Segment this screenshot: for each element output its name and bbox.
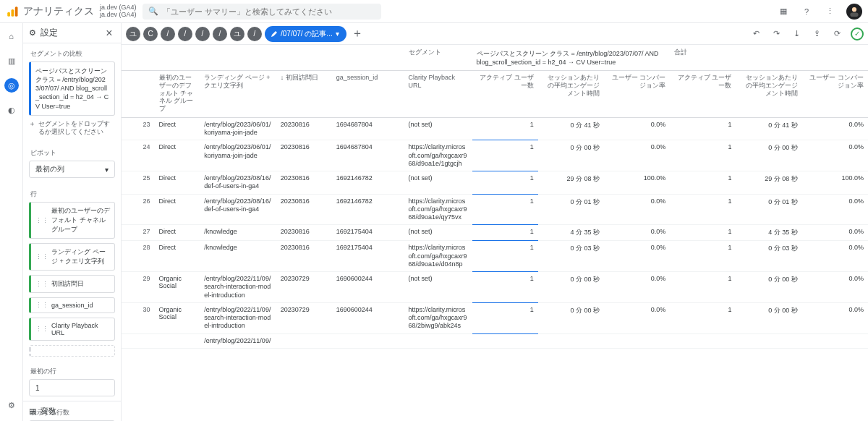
app-title: アナリティクス [23,5,94,18]
undo-icon[interactable]: ↶ [749,27,762,41]
chevron-down-icon: ▾ [105,166,109,174]
svg-point-3 [852,7,856,12]
table-row[interactable]: 28Direct/knowledge202308161692175404http… [122,241,868,272]
total-column-header[interactable]: 合計 [670,45,868,71]
dim-header[interactable]: ga_session_id [332,71,404,118]
dim-header[interactable]: ↓ 初回訪問日 [276,71,332,118]
rail-admin-icon[interactable]: ⚙ [4,398,19,412]
segments-section-label: セグメントの比較 [23,43,121,61]
segment-drop-hint[interactable]: ＋セグメントをドロップするか選択してください [29,120,115,137]
pencil-icon [271,30,278,38]
svg-rect-4 [850,12,858,17]
kebab-icon[interactable]: ⋮ [823,5,836,18]
sidebar-title: 設定 [41,27,58,39]
tab-circle[interactable]: / [213,27,227,41]
table-row[interactable]: 24Direct/entry/blog/2023/06/01/koriyama-… [122,140,868,171]
pivot-select[interactable]: 最初の列▾ [29,161,115,178]
table-row[interactable]: /entry/blog/2022/11/09/ [122,333,868,348]
start-row-input[interactable]: 1 [29,379,115,396]
help-icon[interactable]: ? [800,5,813,18]
metric-header[interactable]: セッションあたりの平均エンゲージメント時間 [736,71,801,118]
pivot-label: ピボット [23,143,121,161]
main-area: ユC////ユ/ /07/07/ の記事...▾ ＋ ↶ ↷ ⤓ ⇪ ⟳ ✓ [122,23,868,421]
metric-header[interactable]: セッションあたりの平均エンゲージメント時間 [538,71,604,118]
status-ok-icon[interactable]: ✓ [851,27,864,41]
row-chip[interactable]: ⋮⋮Clarity Playback URL [29,318,115,341]
svg-rect-0 [7,12,10,16]
variables-icon: ▤ [29,407,36,416]
rail-explore-icon[interactable]: ◎ [4,78,19,93]
segment-column-header[interactable]: ページパスとスクリーン クラス = /entry/blog/2023/07/07… [472,45,671,71]
rows-label: 行 [23,184,121,202]
tab-bar: ユC////ユ/ /07/07/ の記事...▾ ＋ ↶ ↷ ⤓ ⇪ ⟳ ✓ [122,23,868,45]
row-chip[interactable]: ⋮⋮ランディング ページ + クエリ文字列 [29,243,115,271]
table-row[interactable]: 29Organic Social/entry/blog/2022/11/09/s… [122,272,868,303]
rail-home-icon[interactable]: ⌂ [4,29,19,43]
data-table: セグメント ページパスとスクリーン クラス = /entry/blog/2023… [122,45,868,349]
drag-icon: ⋮⋮ [35,253,48,260]
svg-rect-1 [12,9,14,17]
dim-header[interactable]: 最初のユーザーのデフォルト チャネル グループ [155,71,200,118]
col-segment-label: セグメント [404,45,472,71]
dim-header[interactable]: Clarity Playback URL [404,71,472,118]
variables-toggle[interactable]: ▤ 変数 [23,401,121,421]
download-icon[interactable]: ⤓ [790,27,803,41]
left-rail: ⌂ ▥ ◎ ◐ ⚙ [0,23,23,421]
avatar[interactable] [846,4,862,20]
apps-icon[interactable]: ▦ [777,5,790,18]
table-row[interactable]: 23Direct/entry/blog/2023/06/01/koriyama-… [122,117,868,140]
topbar: アナリティクス ja.dev (GA4) ja.dev (GA4) 🔍 ▦ ? … [0,0,868,23]
refresh-icon[interactable]: ⟳ [830,27,843,41]
analytics-icon [6,5,19,18]
row-chip-empty[interactable] [29,345,115,357]
metric-header[interactable]: アクティブ ユーザー数 [670,71,736,118]
row-chip[interactable]: ⋮⋮初回訪問日 [29,275,115,293]
tab-circle[interactable]: / [178,27,192,41]
settings-sidebar: ⚙ 設定 × セグメントの比較 ページパスとスクリーン クラス = /entry… [23,23,122,421]
svg-rect-2 [15,7,18,17]
tab-active[interactable]: /07/07/ の記事...▾ [265,26,346,42]
drag-icon: ⋮⋮ [35,281,48,288]
tab-circle[interactable]: / [247,27,262,41]
drag-icon: ⋮⋮ [35,302,48,309]
row-chip[interactable]: ⋮⋮ga_session_id [29,297,115,313]
table-row[interactable]: 25Direct/entry/blog/2023/08/16/def-of-us… [122,171,868,195]
chevron-down-icon: ▾ [336,30,339,38]
rail-reports-icon[interactable]: ▥ [4,54,19,68]
tab-add-button[interactable]: ＋ [349,26,365,42]
search-box[interactable]: 🔍 [142,4,381,20]
drag-icon: ⋮⋮ [35,217,48,224]
metric-header[interactable]: ユーザー コンバージョン率 [604,71,670,118]
ga-logo[interactable]: アナリティクス [6,5,94,18]
tab-circle[interactable]: ユ [230,27,244,41]
row-chip[interactable]: ⋮⋮最初のユーザーのデフォルト チャネル グループ [29,202,115,239]
metric-header[interactable]: アクティブ ユーザー数 [472,71,538,118]
table-row[interactable]: 26Direct/entry/blog/2023/08/16/def-of-us… [122,194,868,225]
data-table-wrap[interactable]: セグメント ページパスとスクリーン クラス = /entry/blog/2023… [122,45,868,421]
start-row-label: 最初の行 [23,361,121,379]
redo-icon[interactable]: ↷ [770,27,783,41]
tab-circle[interactable]: / [195,27,210,41]
table-row[interactable]: 27Direct/knowledge202308161692175404(not… [122,225,868,241]
rail-ads-icon[interactable]: ◐ [4,103,19,117]
share-icon[interactable]: ⇪ [810,27,823,41]
close-icon[interactable]: × [103,27,115,39]
search-icon: 🔍 [148,7,158,16]
metric-header[interactable]: ユーザー コンバージョン率 [802,71,868,118]
table-row[interactable]: 30Organic Social/entry/blog/2022/11/09/s… [122,302,868,333]
tab-circle[interactable]: / [161,27,175,41]
drag-icon: ⋮⋮ [35,326,48,333]
tab-circle[interactable]: ユ [126,27,140,41]
gear-icon: ⚙ [29,28,36,38]
search-input[interactable] [163,7,375,16]
property-selector[interactable]: ja.dev (GA4) ja.dev (GA4) [100,4,137,19]
segment-chip[interactable]: ページパスとスクリーン クラス = /entry/blog/2023/07/07… [29,61,115,116]
dim-header[interactable]: ランディング ページ + クエリ文字列 [200,71,276,118]
tab-circle[interactable]: C [143,27,158,41]
